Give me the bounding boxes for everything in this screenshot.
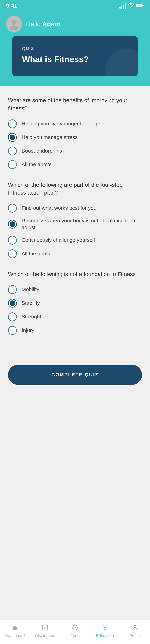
radio-q1c	[8, 146, 17, 156]
question-3-options: Mobility Stability Strenght Injury	[8, 285, 142, 335]
radio-q1d	[8, 160, 17, 169]
svg-line-14	[106, 628, 106, 628]
complete-button-wrap: COMPLETE QUIZ	[0, 357, 150, 397]
header: Hello Adam	[0, 12, 150, 40]
option-q1a-label: Helping you live younger for longer	[22, 120, 102, 127]
option-q2a-label: Find out what works best for you	[22, 205, 96, 212]
question-1-options: Helping you live younger for longer Help…	[8, 120, 142, 169]
nav-profile[interactable]: Profile	[120, 624, 150, 638]
nav-feed-label: Feed	[70, 634, 80, 638]
nav-challenges[interactable]: Challenges	[30, 624, 60, 638]
question-2: Which of the following are part of the f…	[8, 181, 142, 258]
option-q2c-label: Continuously challenge yourself	[22, 237, 95, 244]
svg-rect-2	[136, 4, 142, 6]
nav-education-label: Education	[96, 634, 114, 638]
status-icons	[120, 3, 144, 9]
option-q3a-label: Mobility	[22, 286, 39, 293]
option-q1c[interactable]: Boost endorphins	[8, 146, 142, 156]
option-q3a[interactable]: Mobility	[8, 285, 142, 294]
radio-q3c	[8, 312, 17, 321]
menu-button[interactable]	[137, 22, 144, 26]
radio-q3b-fill	[10, 300, 15, 306]
nav-dashboard[interactable]: Dashboard	[0, 625, 30, 638]
option-q1d-label: All the above	[22, 161, 52, 168]
option-q1c-label: Boost endorphins	[22, 148, 62, 154]
bottom-nav: Dashboard Challenges Feed	[0, 620, 150, 644]
option-q1b-label: Help you manage stress	[22, 134, 78, 141]
option-q2d-label: All the above	[22, 250, 52, 257]
svg-line-13	[106, 626, 106, 626]
radio-q2a	[8, 204, 17, 212]
option-q2c[interactable]: Continuously challenge yourself	[8, 236, 142, 244]
option-q3b[interactable]: Stability	[8, 299, 142, 308]
option-q2d[interactable]: All the above	[8, 250, 142, 258]
signal-icon	[120, 4, 126, 8]
challenges-icon	[42, 624, 48, 632]
radio-q1b	[8, 133, 17, 142]
quiz-title: What is Fitness?	[22, 54, 128, 64]
avatar	[6, 16, 22, 32]
option-q3b-label: Stability	[22, 300, 40, 306]
nav-education[interactable]: Education	[90, 624, 120, 638]
question-2-options: Find out what works best for you Recogni…	[8, 204, 142, 258]
dashboard-icon	[12, 625, 18, 632]
radio-q1a	[8, 120, 17, 128]
nav-feed[interactable]: Feed	[60, 624, 90, 638]
nav-profile-label: Profile	[130, 634, 141, 638]
option-q1a[interactable]: Helping you live younger for longer	[8, 120, 142, 128]
radio-q1b-fill	[10, 134, 15, 140]
option-q3d[interactable]: Injury	[8, 326, 142, 335]
menu-line-2	[137, 24, 144, 24]
status-bar: 9:41	[0, 0, 150, 12]
education-icon	[102, 624, 108, 632]
option-q1b[interactable]: Help you manage stress	[8, 133, 142, 142]
menu-line-3	[137, 26, 142, 26]
quiz-label: QUIZ	[22, 46, 128, 51]
svg-line-16	[104, 628, 104, 628]
svg-rect-5	[42, 625, 48, 630]
option-q2a[interactable]: Find out what works best for you	[8, 204, 142, 212]
svg-point-20	[134, 626, 136, 628]
nav-challenges-label: Challenges	[35, 634, 55, 638]
radio-q2c	[8, 236, 17, 244]
svg-point-3	[12, 20, 16, 25]
question-1-text: What are some of the benefits of improvi…	[8, 96, 142, 112]
question-3: Which of the follwoing is not a foundati…	[8, 270, 142, 335]
radio-q2b-fill	[10, 222, 15, 227]
option-q3c-label: Strenght	[22, 314, 41, 320]
svg-point-4	[10, 26, 18, 30]
battery-icon	[136, 3, 144, 9]
status-time: 9:41	[6, 3, 17, 9]
questions-section: What are some of the benefits of improvi…	[0, 86, 150, 357]
feed-icon	[72, 624, 78, 632]
greeting-text: Hello Adam	[26, 20, 60, 28]
profile-icon	[132, 624, 138, 632]
radio-q2b	[8, 220, 17, 228]
option-q3c[interactable]: Strenght	[8, 312, 142, 321]
question-3-text: Which of the follwoing is not a foundati…	[8, 270, 142, 278]
nav-dashboard-label: Dashboard	[5, 634, 25, 638]
question-2-text: Which of the following are part of the f…	[8, 181, 142, 196]
svg-point-11	[104, 626, 106, 628]
radio-q3a	[8, 285, 17, 294]
question-1: What are some of the benefits of improvi…	[8, 96, 142, 169]
radio-q3d	[8, 326, 17, 335]
radio-q2d	[8, 250, 17, 258]
svg-line-17	[104, 626, 104, 626]
option-q2b[interactable]: Recognize when your body is out of balan…	[8, 218, 142, 231]
user-name: Adam	[42, 20, 60, 28]
menu-line-1	[137, 22, 144, 22]
option-q1d[interactable]: All the above	[8, 160, 142, 169]
radio-q3b	[8, 299, 17, 308]
complete-quiz-button[interactable]: COMPLETE QUIZ	[8, 365, 142, 385]
option-q2b-label: Recognize when your body is out of balan…	[22, 218, 142, 231]
option-q3d-label: Injury	[22, 327, 34, 334]
quiz-card: QUIZ What is Fitness?	[12, 36, 138, 76]
wifi-icon	[128, 3, 134, 9]
header-left: Hello Adam	[6, 16, 60, 32]
svg-rect-1	[143, 4, 144, 6]
